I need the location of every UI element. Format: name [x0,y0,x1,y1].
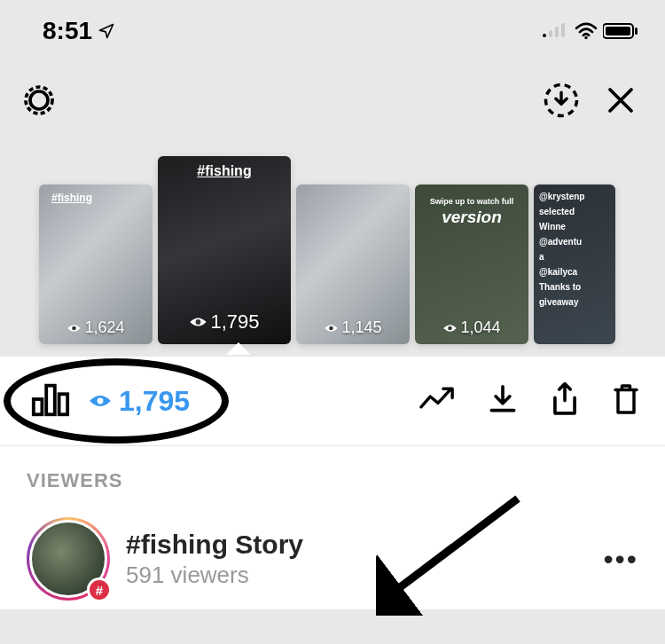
save-story-button[interactable] [543,82,580,122]
story-view-count: 1,795 [189,310,259,334]
svg-rect-1 [549,30,552,37]
stories-carousel[interactable]: #fishing 1,624 #fishing 1,795 1,145 Swip… [0,131,665,344]
story-tag-line: Winne [539,222,610,232]
more-options-button[interactable]: ••• [603,543,638,576]
signal-icon [543,23,569,39]
svg-point-4 [584,36,587,39]
hashtag-avatar: # [27,517,110,601]
svg-rect-7 [635,27,638,35]
svg-point-11 [72,326,76,330]
story-tag-line: @krystenp [539,192,610,201]
hashtag-badge-icon: # [87,577,112,602]
story-tag-line: Thanks to [539,282,610,292]
wifi-icon [575,22,598,40]
story-thumb-2-selected[interactable]: #fishing 1,795 [158,156,291,344]
story-view-count: 1,145 [324,318,381,337]
status-icons [543,22,638,40]
svg-rect-15 [34,399,43,414]
svg-rect-16 [46,386,55,415]
viewer-subtitle: 591 viewers [126,562,303,589]
eye-icon [66,323,81,334]
close-icon [605,84,637,116]
svg-rect-2 [555,27,559,37]
svg-rect-3 [561,23,565,37]
delete-button[interactable] [610,381,642,421]
share-button[interactable] [548,381,582,421]
svg-rect-0 [543,34,546,37]
eye-icon [324,323,338,334]
viewer-hashtag-row[interactable]: # #fishing Story 591 viewers ••• [27,517,638,601]
story-tag-line: @kailyca [539,267,610,277]
svg-point-14 [448,326,452,330]
svg-rect-17 [59,394,68,414]
story-tag-line: selected [539,207,610,216]
trash-icon [610,381,642,418]
location-arrow-icon [98,22,115,40]
eye-icon [89,393,112,409]
share-icon [548,381,582,418]
story-view-count: 1,044 [442,318,500,337]
download-dashed-icon [543,82,580,119]
story-tag-line: a [539,252,610,262]
svg-point-13 [329,326,333,330]
story-action-bar: 1,795 [0,357,665,445]
svg-point-9 [30,91,48,109]
story-promo-line2: version [442,208,502,227]
story-hashtag: #fishing [51,192,92,204]
gear-icon [21,82,57,118]
story-view-count: 1,624 [66,318,124,337]
bar-chart-icon [30,379,71,420]
viewer-title: #fishing Story [126,530,303,560]
story-thumb-5[interactable]: @krystenp selected Winne @adventu a @kai… [534,185,615,344]
download-button[interactable] [486,381,520,420]
story-thumb-3[interactable]: 1,145 [296,185,410,344]
svg-point-12 [196,319,201,325]
story-promo-line1: Swipe up to watch full [430,197,514,206]
promote-button[interactable] [419,385,458,417]
story-thumb-1[interactable]: #fishing 1,624 [39,185,153,344]
battery-icon [603,23,638,39]
status-time: 8:51 [43,17,115,45]
download-icon [486,381,520,417]
settings-button[interactable] [21,82,57,122]
close-button[interactable] [605,84,637,120]
svg-point-18 [98,398,104,404]
insights-button[interactable] [30,379,71,423]
viewers-heading: VIEWERS [27,469,638,492]
eye-icon [189,316,207,328]
view-count-button[interactable]: 1,795 [89,385,190,418]
story-thumb-4[interactable]: Swipe up to watch full version 1,044 [415,185,528,344]
selected-story-caret [226,342,251,355]
viewers-section: VIEWERS # #fishing Story 591 viewers ••• [0,445,665,609]
story-tag-line: giveaway [539,297,610,307]
trend-arrow-icon [419,385,458,413]
svg-rect-6 [606,27,630,35]
story-hashtag: #fishing [197,163,251,179]
story-tag-line: @adventu [539,237,610,247]
eye-icon [442,323,457,334]
